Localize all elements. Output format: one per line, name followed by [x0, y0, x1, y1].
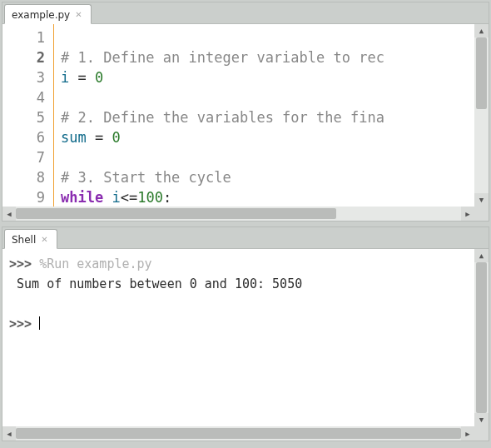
line-number-gutter: 1 2 3 4 5 6 7 8 9 [2, 24, 54, 207]
scroll-track[interactable] [16, 207, 461, 221]
scroll-thumb[interactable] [16, 428, 461, 439]
scroll-right-icon[interactable]: ▶ [461, 207, 474, 221]
shell-tab-label: Shell [12, 234, 36, 246]
shell-vertical-scrollbar[interactable]: ▲ ▼ [474, 249, 489, 426]
scroll-down-icon[interactable]: ▼ [474, 193, 489, 207]
editor-tab-label: example.py [12, 9, 70, 21]
shell-console[interactable]: >>> %Run example.py Sum of numbers betwe… [2, 249, 474, 426]
scroll-corner [474, 207, 489, 221]
close-icon[interactable]: ✕ [75, 11, 82, 19]
scroll-right-icon[interactable]: ▶ [461, 426, 474, 441]
scroll-track[interactable] [16, 426, 461, 441]
shell-output: Sum of numbers between 0 and 100: 5050 [9, 276, 302, 291]
editor-vertical-scrollbar[interactable]: ▲ ▼ [474, 24, 489, 207]
scroll-thumb[interactable] [476, 262, 487, 413]
scroll-left-icon[interactable]: ◀ [2, 426, 16, 441]
scroll-thumb[interactable] [476, 37, 487, 109]
shell-tab[interactable]: Shell ✕ [4, 229, 57, 249]
shell-pane: Shell ✕ >>> %Run example.py Sum of numbe… [2, 226, 489, 441]
code-editor[interactable]: # 1. Define an integer variable to rec i… [54, 24, 474, 207]
editor-tabstrip: example.py ✕ [2, 2, 489, 24]
editor-tab[interactable]: example.py ✕ [4, 4, 92, 24]
editor-horizontal-scrollbar[interactable]: ◀ ▶ [2, 207, 474, 221]
scroll-track[interactable] [474, 262, 489, 413]
cursor-icon [39, 316, 40, 330]
scroll-up-icon[interactable]: ▲ [474, 249, 489, 262]
shell-tabstrip: Shell ✕ [2, 227, 489, 249]
scroll-up-icon[interactable]: ▲ [474, 24, 489, 37]
scroll-corner [474, 426, 489, 441]
scroll-down-icon[interactable]: ▼ [474, 413, 489, 426]
shell-prompt: >>> [9, 256, 39, 271]
close-icon[interactable]: ✕ [41, 236, 47, 244]
shell-run-command: %Run example.py [39, 256, 151, 271]
scroll-track[interactable] [474, 37, 489, 193]
editor-pane: example.py ✕ 1 2 3 4 5 6 7 8 9 # 1. Defi… [2, 2, 489, 222]
scroll-thumb[interactable] [16, 208, 336, 219]
shell-prompt: >>> [9, 316, 39, 331]
scroll-left-icon[interactable]: ◀ [2, 207, 16, 221]
shell-horizontal-scrollbar[interactable]: ◀ ▶ [2, 426, 474, 441]
